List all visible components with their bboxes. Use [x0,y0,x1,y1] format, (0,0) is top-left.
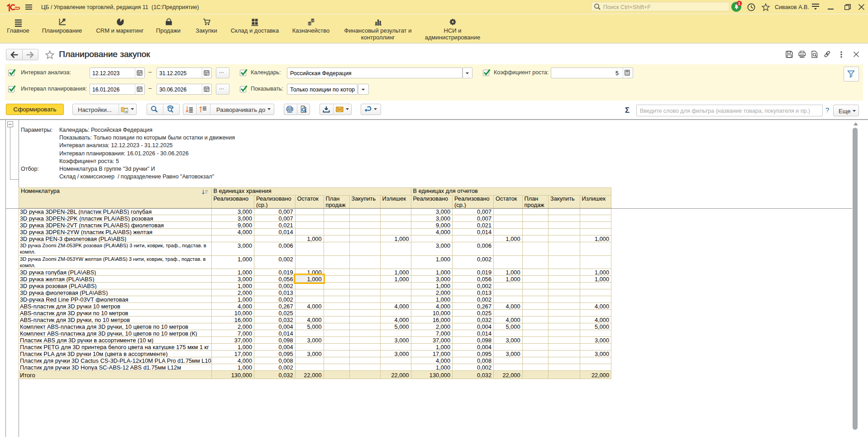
svg-text:1: 1 [738,1,740,6]
